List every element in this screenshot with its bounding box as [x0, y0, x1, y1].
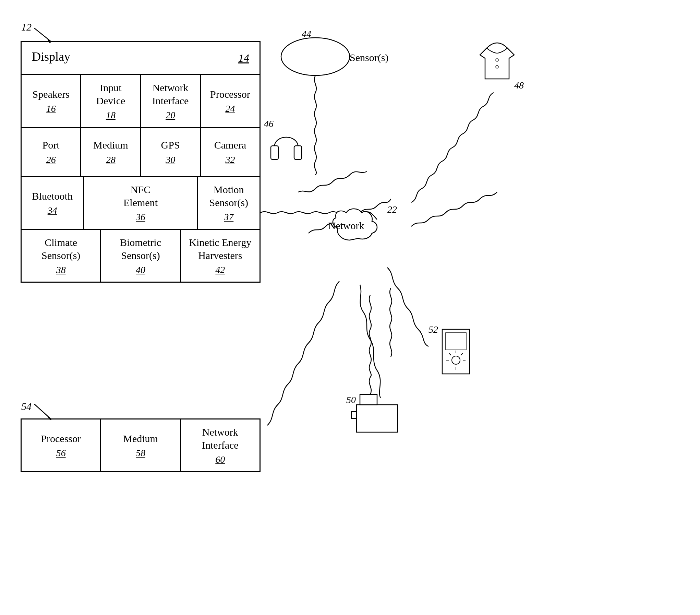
nfc-num: 36: [136, 212, 145, 223]
cell-input-device: InputDevice 18: [81, 75, 141, 127]
cell-biometric-sensor: BiometricSensor(s) 40: [101, 230, 181, 282]
label-48: 48: [514, 80, 524, 91]
sensor-44-ellipse: [281, 38, 350, 75]
svg-rect-4: [271, 146, 278, 159]
processor-56-name: Processor: [41, 432, 81, 445]
port-name: Port: [43, 139, 60, 152]
network-label: Network: [328, 220, 364, 231]
svg-rect-17: [351, 412, 357, 418]
processor-24-name: Processor: [210, 88, 250, 101]
network-cloud: Network: [328, 209, 377, 240]
label-44: 44: [302, 28, 311, 39]
processor-24-num: 24: [225, 103, 235, 114]
svg-point-8: [452, 356, 460, 364]
input-device-num: 18: [106, 110, 116, 121]
robot-device-icon: [351, 394, 398, 432]
medium-58-num: 58: [136, 448, 145, 459]
gps-num: 30: [166, 154, 175, 165]
cell-network-interface-20: NetworkInterface 20: [141, 75, 201, 127]
input-device-name: InputDevice: [96, 81, 125, 107]
gps-name: GPS: [161, 139, 180, 152]
cell-bluetooth: Bluetooth 34: [22, 177, 84, 229]
network-interface-60-num: 60: [215, 454, 225, 465]
svg-line-14: [461, 353, 463, 355]
label-22: 22: [387, 204, 397, 215]
network-interface-20-name: NetworkInterface: [152, 81, 189, 107]
cell-network-interface-60: NetworkInterface 60: [181, 419, 260, 471]
climate-sensor-name: ClimateSensor(s): [41, 236, 80, 262]
svg-point-2: [496, 59, 498, 61]
label-12: 12: [21, 21, 32, 33]
cell-motion-sensor: MotionSensor(s) 37: [198, 177, 260, 229]
light-device-icon: [442, 329, 470, 374]
cell-nfc: NFCElement 36: [84, 177, 198, 229]
display-name: Display: [32, 49, 70, 64]
cell-processor-24: Processor 24: [201, 75, 260, 127]
motion-sensor-num: 37: [224, 212, 233, 223]
speakers-name: Speakers: [32, 88, 69, 101]
display-row: Display 14: [22, 42, 260, 75]
cell-climate-sensor: ClimateSensor(s) 38: [22, 230, 101, 282]
svg-point-3: [496, 66, 498, 68]
kinetic-energy-name: Kinetic EnergyHarvesters: [189, 236, 251, 262]
diagram: 12 Display 14 Speakers 16 InputDevice 18…: [0, 0, 700, 615]
label-46: 46: [264, 118, 274, 129]
device-54-box: Processor 56 Medium 58 NetworkInterface …: [21, 418, 261, 472]
camera-num: 32: [225, 154, 235, 165]
svg-rect-7: [446, 333, 466, 350]
grid-row-4: ClimateSensor(s) 38 BiometricSensor(s) 4…: [22, 230, 260, 282]
cell-kinetic-energy: Kinetic EnergyHarvesters 42: [181, 230, 260, 282]
headphone-icon: [271, 137, 302, 159]
grid-row-2: Port 26 Medium 28 GPS 30 Camera 32: [22, 128, 260, 177]
svg-rect-15: [357, 405, 398, 432]
svg-rect-16: [360, 394, 377, 405]
sensors-label: Sensor(s): [350, 52, 388, 63]
cell-port: Port 26: [22, 128, 81, 176]
processor-56-num: 56: [56, 448, 66, 459]
biometric-sensor-name: BiometricSensor(s): [120, 236, 161, 262]
label-50: 50: [346, 394, 356, 405]
cell-gps: GPS 30: [141, 128, 201, 176]
climate-sensor-num: 38: [56, 264, 66, 275]
svg-rect-6: [442, 329, 470, 374]
bluetooth-num: 34: [48, 205, 57, 216]
port-num: 26: [46, 154, 56, 165]
cell-medium-28: Medium 28: [81, 128, 141, 176]
grid-row-3: Bluetooth 34 NFCElement 36 MotionSensor(…: [22, 177, 260, 230]
cell-speakers: Speakers 16: [22, 75, 81, 127]
network-interface-60-name: NetworkInterface: [202, 426, 239, 451]
motion-sensor-name: MotionSensor(s): [209, 183, 248, 209]
nfc-name: NFCElement: [123, 183, 158, 209]
label-52: 52: [429, 324, 438, 335]
grid-row-54: Processor 56 Medium 58 NetworkInterface …: [22, 419, 260, 471]
bluetooth-name: Bluetooth: [32, 190, 73, 203]
cell-camera: Camera 32: [201, 128, 260, 176]
medium-28-name: Medium: [93, 139, 128, 152]
cell-medium-58: Medium 58: [101, 419, 181, 471]
device-12-box: Display 14 Speakers 16 InputDevice 18 Ne…: [21, 41, 261, 283]
svg-line-13: [449, 353, 451, 355]
biometric-sensor-num: 40: [136, 264, 145, 275]
shirt-icon: [480, 43, 514, 79]
svg-rect-5: [294, 146, 302, 159]
label-54: 54: [21, 401, 32, 412]
grid-row-1: Speakers 16 InputDevice 18 NetworkInterf…: [22, 75, 260, 128]
network-interface-20-num: 20: [166, 110, 175, 121]
kinetic-energy-num: 42: [215, 264, 225, 275]
medium-58-name: Medium: [123, 432, 158, 445]
camera-name: Camera: [214, 139, 246, 152]
speakers-num: 16: [46, 103, 56, 114]
medium-28-num: 28: [106, 154, 116, 165]
display-num: 14: [238, 52, 249, 64]
cell-processor-56: Processor 56: [22, 419, 101, 471]
